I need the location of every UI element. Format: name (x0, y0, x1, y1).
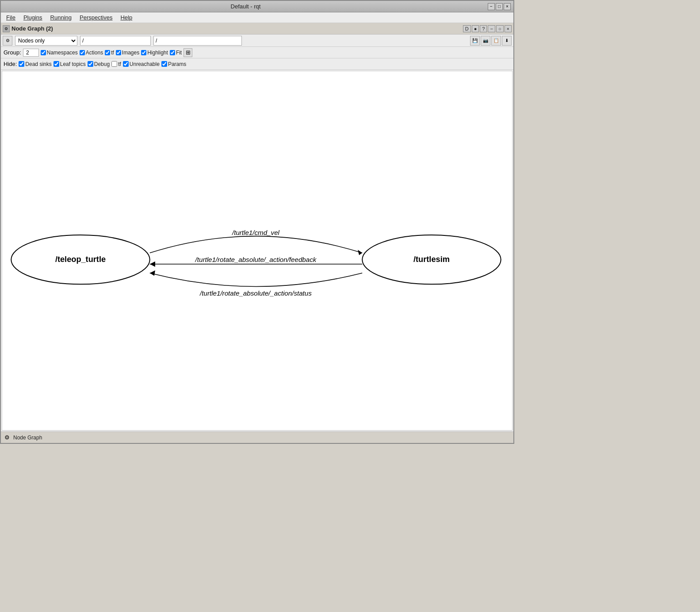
display-mode-select[interactable]: Nodes only Nodes/Topics (all) Nodes/Topi… (15, 36, 77, 46)
grid-button[interactable]: ⊞ (184, 48, 192, 57)
panel-close-button[interactable]: × (505, 25, 512, 32)
params-checkbox[interactable] (161, 61, 167, 67)
filter1-input[interactable] (80, 36, 151, 46)
tf-hide-checkbox[interactable] (111, 61, 117, 67)
statusbar-icon: ⚙ (4, 434, 11, 441)
dead-sinks-checkbox[interactable] (19, 61, 24, 67)
controls-row: Group: Namespaces Actions tf Images High… (1, 47, 513, 58)
fit-checkbox[interactable] (170, 50, 175, 55)
panel-d-button[interactable]: D (463, 25, 471, 32)
panel-header: ⚙ Node Graph (2) D ● ? − ○ × (1, 23, 513, 35)
highlight-label[interactable]: Highlight (141, 50, 168, 56)
actions-label[interactable]: Actions (80, 50, 103, 56)
tf-label[interactable]: tf (105, 50, 114, 56)
main-window: Default - rqt − □ × File Plugins Running… (0, 0, 514, 444)
title-bar: Default - rqt − □ × (1, 1, 513, 12)
leaf-topics-checkbox[interactable] (54, 61, 59, 67)
graph-canvas[interactable]: /teleop_turtle /turtlesim /turtle1/cmd_v… (2, 71, 513, 431)
filter2-input[interactable] (153, 36, 242, 46)
params-label[interactable]: Params (161, 61, 186, 67)
edge-status-label: /turtle1/rotate_absolute/_action/status (199, 289, 312, 297)
namespaces-checkbox[interactable] (41, 50, 46, 55)
node-teleop-turtle-label: /teleop_turtle (55, 255, 106, 264)
group-label: Group: (4, 49, 21, 56)
copy-button[interactable]: 📋 (491, 36, 501, 46)
menu-file[interactable]: File (3, 13, 19, 22)
close-button[interactable]: × (504, 3, 511, 10)
menu-perspectives[interactable]: Perspectives (76, 13, 116, 22)
tf-checkbox[interactable] (105, 50, 110, 55)
debug-label[interactable]: Debug (88, 61, 110, 67)
edge-feedback-label: /turtle1/rotate_absolute/_action/feedbac… (195, 256, 317, 263)
minimize-button[interactable]: − (488, 3, 495, 10)
edge-cmd-vel-arrowhead (358, 250, 362, 255)
save-button[interactable]: 💾 (470, 36, 480, 46)
hide-row: Hide: Dead sinks Leaf topics Debug tf Un… (1, 58, 513, 70)
panel-minus-button[interactable]: − (488, 25, 495, 32)
menubar: File Plugins Running Perspectives Help (1, 12, 513, 23)
menu-help[interactable]: Help (117, 13, 136, 22)
refresh-button[interactable]: ⚙ (3, 36, 12, 46)
unreachable-checkbox[interactable] (123, 61, 129, 67)
edge-feedback-arrowhead (150, 262, 155, 267)
screenshot-button[interactable]: 📷 (481, 36, 490, 46)
debug-checkbox[interactable] (88, 61, 93, 67)
node-turtlesim-label: /turtlesim (413, 255, 450, 264)
edge-cmd-vel-label: /turtle1/cmd_vel (232, 229, 280, 236)
edge-cmd-vel (150, 236, 362, 253)
panel-icon: ⚙ (3, 25, 10, 32)
dead-sinks-label[interactable]: Dead sinks (19, 61, 51, 67)
statusbar: ⚙ Node Graph (1, 431, 513, 443)
leaf-topics-label[interactable]: Leaf topics (54, 61, 86, 67)
menu-plugins[interactable]: Plugins (20, 13, 46, 22)
toolbar: ⚙ Nodes only Nodes/Topics (all) Nodes/To… (1, 35, 513, 47)
export-button[interactable]: ⬇ (502, 36, 512, 46)
maximize-button[interactable]: □ (496, 3, 503, 10)
panel-controls: D ● ? − ○ × (463, 25, 512, 32)
window-title: Default - rqt (4, 3, 488, 10)
statusbar-text: Node Graph (13, 435, 42, 441)
menu-running[interactable]: Running (47, 13, 75, 22)
hide-label: Hide: (4, 61, 17, 67)
images-label[interactable]: Images (116, 50, 139, 56)
edge-status (150, 273, 362, 286)
edge-status-arrowhead (150, 270, 155, 276)
actions-checkbox[interactable] (80, 50, 85, 55)
highlight-checkbox[interactable] (141, 50, 146, 55)
group-input[interactable] (23, 49, 39, 57)
panel-dot-button[interactable]: ● (472, 25, 479, 32)
panel-help-button[interactable]: ? (480, 25, 487, 32)
panel-circle-button[interactable]: ○ (496, 25, 504, 32)
tf-hide-label[interactable]: tf (111, 61, 121, 67)
namespaces-label[interactable]: Namespaces (41, 50, 78, 56)
panel-title: Node Graph (2) (11, 25, 53, 32)
unreachable-label[interactable]: Unreachable (123, 61, 160, 67)
title-bar-controls: − □ × (488, 3, 511, 10)
graph-svg: /teleop_turtle /turtlesim /turtle1/cmd_v… (2, 71, 512, 430)
fit-label[interactable]: Fit (170, 50, 182, 56)
images-checkbox[interactable] (116, 50, 121, 55)
